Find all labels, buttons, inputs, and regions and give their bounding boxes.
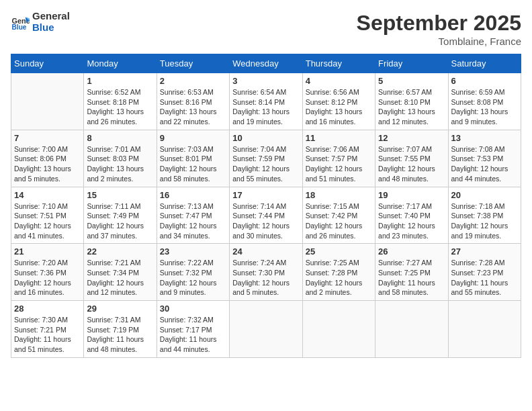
calendar-cell bbox=[448, 301, 521, 358]
day-info: Sunrise: 7:10 AMSunset: 7:51 PMDaylight:… bbox=[14, 202, 71, 240]
day-info: Sunrise: 7:08 AMSunset: 7:53 PMDaylight:… bbox=[451, 145, 508, 183]
day-info: Sunrise: 7:15 AMSunset: 7:42 PMDaylight:… bbox=[306, 202, 363, 240]
calendar-cell: 14 Sunrise: 7:10 AMSunset: 7:51 PMDaylig… bbox=[11, 187, 84, 244]
day-info: Sunrise: 6:59 AMSunset: 8:08 PMDaylight:… bbox=[451, 88, 508, 126]
day-number: 14 bbox=[14, 190, 81, 200]
logo-icon: General Blue bbox=[11, 13, 30, 32]
day-number: 8 bbox=[87, 133, 153, 143]
day-info: Sunrise: 7:03 AMSunset: 8:01 PMDaylight:… bbox=[160, 145, 217, 183]
calendar-cell: 22 Sunrise: 7:21 AMSunset: 7:34 PMDaylig… bbox=[84, 244, 157, 301]
calendar-cell: 29 Sunrise: 7:31 AMSunset: 7:19 PMDaylig… bbox=[84, 301, 157, 358]
calendar-week-row: 7 Sunrise: 7:00 AMSunset: 8:06 PMDayligh… bbox=[11, 130, 521, 187]
day-info: Sunrise: 7:30 AMSunset: 7:21 PMDaylight:… bbox=[14, 316, 71, 353]
calendar-cell bbox=[230, 301, 302, 358]
day-info: Sunrise: 7:07 AMSunset: 7:55 PMDaylight:… bbox=[378, 145, 435, 183]
day-number: 7 bbox=[14, 133, 81, 143]
month-title: September 2025 bbox=[357, 11, 521, 36]
day-info: Sunrise: 7:27 AMSunset: 7:25 PMDaylight:… bbox=[378, 259, 435, 296]
calendar-cell: 7 Sunrise: 7:00 AMSunset: 8:06 PMDayligh… bbox=[11, 130, 84, 187]
weekday-header: Saturday bbox=[448, 54, 521, 73]
logo-blue: Blue bbox=[32, 22, 70, 34]
day-number: 13 bbox=[451, 133, 518, 143]
calendar-cell: 13 Sunrise: 7:08 AMSunset: 7:53 PMDaylig… bbox=[448, 130, 521, 187]
day-number: 19 bbox=[378, 190, 445, 200]
day-number: 17 bbox=[232, 190, 299, 200]
calendar-week-row: 1 Sunrise: 6:52 AMSunset: 8:18 PMDayligh… bbox=[11, 73, 521, 130]
day-number: 16 bbox=[160, 190, 226, 200]
calendar-cell: 1 Sunrise: 6:52 AMSunset: 8:18 PMDayligh… bbox=[84, 73, 157, 130]
day-info: Sunrise: 6:52 AMSunset: 8:18 PMDaylight:… bbox=[87, 88, 144, 126]
day-info: Sunrise: 7:01 AMSunset: 8:03 PMDaylight:… bbox=[87, 145, 144, 183]
weekday-header: Sunday bbox=[11, 54, 84, 73]
day-info: Sunrise: 6:57 AMSunset: 8:10 PMDaylight:… bbox=[378, 88, 435, 126]
day-info: Sunrise: 7:20 AMSunset: 7:36 PMDaylight:… bbox=[14, 259, 71, 296]
calendar-cell: 11 Sunrise: 7:06 AMSunset: 7:57 PMDaylig… bbox=[302, 130, 375, 187]
calendar-cell: 27 Sunrise: 7:28 AMSunset: 7:23 PMDaylig… bbox=[448, 244, 521, 301]
calendar-cell: 20 Sunrise: 7:18 AMSunset: 7:38 PMDaylig… bbox=[448, 187, 521, 244]
day-number: 1 bbox=[87, 76, 153, 86]
calendar-cell: 2 Sunrise: 6:53 AMSunset: 8:16 PMDayligh… bbox=[157, 73, 229, 130]
day-info: Sunrise: 6:56 AMSunset: 8:12 PMDaylight:… bbox=[306, 88, 363, 126]
svg-text:Blue: Blue bbox=[12, 23, 27, 30]
day-info: Sunrise: 7:17 AMSunset: 7:40 PMDaylight:… bbox=[378, 202, 435, 240]
calendar-cell: 23 Sunrise: 7:22 AMSunset: 7:32 PMDaylig… bbox=[157, 244, 229, 301]
calendar-cell: 18 Sunrise: 7:15 AMSunset: 7:42 PMDaylig… bbox=[302, 187, 375, 244]
day-info: Sunrise: 6:54 AMSunset: 8:14 PMDaylight:… bbox=[232, 88, 290, 126]
day-number: 18 bbox=[306, 190, 372, 200]
day-number: 10 bbox=[232, 133, 299, 143]
calendar-cell: 21 Sunrise: 7:20 AMSunset: 7:36 PMDaylig… bbox=[11, 244, 84, 301]
calendar-cell: 16 Sunrise: 7:13 AMSunset: 7:47 PMDaylig… bbox=[157, 187, 229, 244]
day-info: Sunrise: 7:28 AMSunset: 7:23 PMDaylight:… bbox=[451, 259, 508, 296]
title-block: September 2025 Tomblaine, France bbox=[357, 11, 521, 47]
calendar-cell: 19 Sunrise: 7:17 AMSunset: 7:40 PMDaylig… bbox=[375, 187, 448, 244]
header-row: SundayMondayTuesdayWednesdayThursdayFrid… bbox=[11, 54, 521, 73]
logo: General Blue General Blue bbox=[11, 11, 70, 33]
day-number: 24 bbox=[232, 246, 299, 257]
weekday-header: Thursday bbox=[302, 54, 375, 73]
calendar-cell: 15 Sunrise: 7:11 AMSunset: 7:49 PMDaylig… bbox=[84, 187, 157, 244]
day-info: Sunrise: 7:32 AMSunset: 7:17 PMDaylight:… bbox=[160, 316, 217, 353]
calendar-cell: 8 Sunrise: 7:01 AMSunset: 8:03 PMDayligh… bbox=[84, 130, 157, 187]
day-info: Sunrise: 7:00 AMSunset: 8:06 PMDaylight:… bbox=[14, 145, 71, 183]
day-number: 3 bbox=[232, 76, 299, 86]
day-number: 20 bbox=[451, 190, 518, 200]
calendar-cell: 3 Sunrise: 6:54 AMSunset: 8:14 PMDayligh… bbox=[230, 73, 302, 130]
calendar-week-row: 28 Sunrise: 7:30 AMSunset: 7:21 PMDaylig… bbox=[11, 301, 521, 358]
day-number: 30 bbox=[160, 304, 226, 314]
weekday-header: Friday bbox=[375, 54, 448, 73]
day-number: 28 bbox=[14, 304, 81, 314]
day-number: 12 bbox=[378, 133, 445, 143]
calendar-cell: 5 Sunrise: 6:57 AMSunset: 8:10 PMDayligh… bbox=[375, 73, 448, 130]
weekday-header: Tuesday bbox=[157, 54, 229, 73]
calendar-week-row: 21 Sunrise: 7:20 AMSunset: 7:36 PMDaylig… bbox=[11, 244, 521, 301]
day-number: 25 bbox=[306, 246, 372, 257]
day-number: 27 bbox=[451, 246, 518, 257]
day-number: 4 bbox=[306, 76, 372, 86]
day-number: 29 bbox=[87, 304, 153, 314]
calendar-cell bbox=[302, 301, 375, 358]
day-info: Sunrise: 7:18 AMSunset: 7:38 PMDaylight:… bbox=[451, 202, 508, 240]
day-number: 15 bbox=[87, 190, 153, 200]
calendar-cell: 10 Sunrise: 7:04 AMSunset: 7:59 PMDaylig… bbox=[230, 130, 302, 187]
calendar-cell: 25 Sunrise: 7:25 AMSunset: 7:28 PMDaylig… bbox=[302, 244, 375, 301]
day-info: Sunrise: 7:06 AMSunset: 7:57 PMDaylight:… bbox=[306, 145, 363, 183]
calendar-cell: 4 Sunrise: 6:56 AMSunset: 8:12 PMDayligh… bbox=[302, 73, 375, 130]
location: Tomblaine, France bbox=[357, 36, 521, 47]
weekday-header: Wednesday bbox=[230, 54, 302, 73]
calendar-table: SundayMondayTuesdayWednesdayThursdayFrid… bbox=[11, 54, 521, 358]
day-number: 11 bbox=[306, 133, 372, 143]
day-info: Sunrise: 7:25 AMSunset: 7:28 PMDaylight:… bbox=[306, 259, 363, 296]
day-number: 2 bbox=[160, 76, 226, 86]
calendar-cell: 12 Sunrise: 7:07 AMSunset: 7:55 PMDaylig… bbox=[375, 130, 448, 187]
day-number: 21 bbox=[14, 246, 81, 257]
calendar-cell: 28 Sunrise: 7:30 AMSunset: 7:21 PMDaylig… bbox=[11, 301, 84, 358]
day-number: 6 bbox=[451, 76, 518, 86]
day-info: Sunrise: 7:22 AMSunset: 7:32 PMDaylight:… bbox=[160, 259, 217, 296]
calendar-cell: 6 Sunrise: 6:59 AMSunset: 8:08 PMDayligh… bbox=[448, 73, 521, 130]
calendar-cell bbox=[375, 301, 448, 358]
day-info: Sunrise: 7:04 AMSunset: 7:59 PMDaylight:… bbox=[232, 145, 290, 183]
day-number: 22 bbox=[87, 246, 153, 257]
calendar-cell bbox=[11, 73, 84, 130]
day-number: 9 bbox=[160, 133, 226, 143]
page-header: General Blue General Blue September 2025… bbox=[11, 11, 521, 47]
